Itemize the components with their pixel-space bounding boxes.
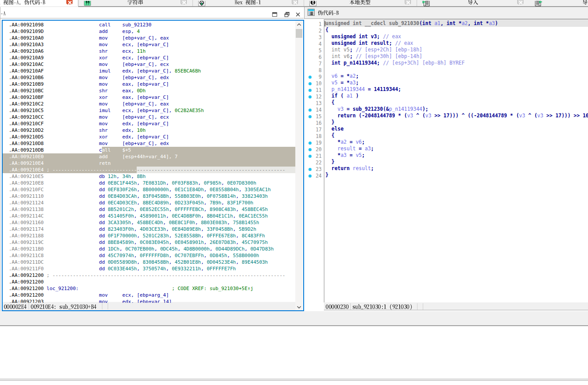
disasm-row[interactable]: .AA:009211C8 dd 45C70974h, 0FFFFFFD8h, 0…: [3, 252, 295, 259]
disasm-row[interactable]: .AA:009210A3 mov ecx, [ebp+var_C]: [3, 41, 295, 48]
pseudocode-line[interactable]: v6 = *a2;: [326, 73, 588, 80]
pseudocode-line[interactable]: int v5; // [esp+2Ch] [ebp-18h]: [326, 47, 588, 53]
disasm-row[interactable]: .AA:00921188 dd 0F1F70000h, 5201C283h, 5…: [3, 232, 295, 239]
pseudocode-line[interactable]: return (-2048144789 * (v3 ^ (v3 >> 17)))…: [326, 113, 588, 119]
tab-close-button[interactable]: [517, 0, 523, 4]
disasm-row[interactable]: .AA:009210B6 mov [ebp+var_C], edx: [3, 74, 295, 81]
pseudocode-line[interactable]: *a2 = v6;: [326, 139, 588, 145]
restore-button[interactable]: [284, 11, 290, 16]
pseudocode-line[interactable]: return result;: [326, 165, 588, 172]
pseudocode-line[interactable]: int v6; // [esp+30h] [ebp-14h]: [326, 53, 588, 60]
disasm-row[interactable]: .AA:009210E4 retn: [3, 160, 295, 167]
disasm-row[interactable]: .AA:00921200: [3, 279, 295, 285]
line-number: 16: [316, 120, 322, 127]
disasm-row[interactable]: .AA:00921200 ; -------------------------…: [3, 272, 295, 279]
tab-close-button[interactable]: [181, 0, 187, 4]
maximize-button[interactable]: [272, 11, 277, 16]
disasm-row[interactable]: .AA:009210E8 dd 0E8C1F445h, 7E0831Dh, 0F…: [3, 180, 295, 186]
disasm-row[interactable]: .AA:00921124 dd 0EC4D03CEh, 8BEC4D89h, 0…: [3, 200, 295, 206]
scrollbar-thumb[interactable]: [296, 29, 302, 38]
disasm-row[interactable]: .AA:009210D5 xor edx, [ebp+var_C]: [3, 134, 295, 140]
close-pane-button[interactable]: [295, 11, 301, 16]
disassembly-titlebar[interactable]: [0, 7, 304, 18]
disasm-row[interactable]: .AA:009210E4 ; -------------------------…: [3, 167, 295, 173]
disasm-row[interactable]: .AA:009210A9 xor ecx, [ebp+var_C]: [3, 54, 295, 61]
tab-hexview[interactable]: [192, 0, 304, 6]
tab-ida-view[interactable]: [0, 0, 78, 6]
tab-localtypes[interactable]: [304, 0, 417, 6]
scroll-up-icon[interactable]: [297, 23, 301, 26]
disasm-row[interactable]: .AA:009210AF imul edx, [ebp+var_C], 85EB…: [3, 68, 295, 74]
output-splitter[interactable]: [0, 379, 588, 379]
disasm-row[interactable]: .AA:009210DB call $+5: [3, 147, 295, 153]
disassembly-listing[interactable]: .AA:00921098 call sub_921230.AA:0092109D…: [3, 22, 295, 303]
tab-close-button[interactable]: [292, 0, 298, 4]
pseudocode-line[interactable]: unsigned int v3; // eax: [326, 33, 588, 40]
tab-label: [0, 0, 54, 5]
tab-label: [468, 0, 479, 5]
disasm-row[interactable]: .AA:00921110 dd 0E84D03CAh, 83F0458Bh, 5…: [3, 193, 295, 200]
pseudocode-line[interactable]: {: [326, 27, 588, 33]
hexview-icon: [198, 0, 205, 8]
disasm-row[interactable]: .AA:009210BC shr eax, 0Dh: [3, 87, 295, 94]
pseudocode-line[interactable]: *a3 = v5;: [326, 152, 588, 159]
tab-close-button[interactable]: [66, 0, 73, 4]
tab-imports[interactable]: [417, 0, 529, 6]
disasm-row[interactable]: .AA:009210E0 add [esp+44h+var_44], 7: [3, 153, 295, 160]
address-dot: [309, 89, 312, 92]
vertical-scrollbar[interactable]: [295, 21, 303, 310]
pseudocode-frame[interactable]: unsigned int __cdecl sub_921030(int a1, …: [324, 19, 588, 309]
pseudocode-line[interactable]: v5 = *a3;: [326, 80, 588, 86]
disasm-row[interactable]: .AA:00921200 mov ecx, [ebp+arg_4]: [3, 292, 295, 298]
pseudocode-line[interactable]: else: [326, 126, 588, 132]
disasm-row[interactable]: .AA:009210CC mov [ebp+var_C], ecx: [3, 114, 295, 120]
status-location: [31, 304, 97, 309]
pseudocode-line[interactable]: [326, 66, 588, 73]
disasm-row[interactable]: .AA:009210C2 mov [ebp+var_C], eax: [3, 101, 295, 107]
disasm-row[interactable]: .AA:0092114C dd 451405F0h, 45890011h, 0E…: [3, 213, 295, 219]
pseudocode-tabrow[interactable]: [304, 7, 588, 19]
disasm-row[interactable]: .AA:00921200 loc_921200: ; CODE XREF: su…: [3, 285, 295, 292]
disasm-row[interactable]: .AA:009210AC mov [ebp+var_C], ecx: [3, 61, 295, 68]
pseudocode-line[interactable]: unsigned int result; // eax: [326, 40, 588, 47]
disasm-row[interactable]: .AA:009211B0 dd 1DCh, 0C707EB00h, 0DC45h…: [3, 246, 295, 252]
disasm-row[interactable]: .AA:009210C5 imul ecx, [ebp+var_C], 0C2B…: [3, 107, 295, 114]
tab-label: [235, 0, 262, 5]
disasm-row[interactable]: .AA:009210D8 mov [ebp+var_C], edx: [3, 140, 295, 147]
pseudocode-line[interactable]: int p_n14119344; // [esp+3Ch] [ebp-8h] B…: [326, 60, 588, 66]
address-dot: [309, 95, 312, 98]
disasm-row[interactable]: .AA:009210D2 shr edx, 10h: [3, 127, 295, 134]
disasm-row[interactable]: .AA:009210CF mov edx, [ebp+var_C]: [3, 120, 295, 127]
pseudocode-listing[interactable]: unsigned int __cdecl sub_921030(int a1, …: [326, 20, 588, 178]
disasm-row[interactable]: .AA:009211F0 dd 0C033E445h, 3750574h, 0E…: [3, 265, 295, 272]
disasm-row[interactable]: .AA:00921098 call sub_921230: [3, 22, 295, 28]
tab-strings[interactable]: [78, 0, 192, 6]
pseudocode-line[interactable]: p_n14119344 = 14119344;: [326, 86, 588, 93]
disasm-row[interactable]: .AA:009211DC dd 0D05589D8h, 8308458Bh, 4…: [3, 259, 295, 265]
pseudocode-line[interactable]: {: [326, 99, 588, 106]
disasm-row[interactable]: .AA:0092119C dd 8BE84589h, 0C083E045h, 0…: [3, 239, 295, 246]
disasm-row[interactable]: .AA:00921138 dd 8B5201C2h, 0E852EC55h, 0…: [3, 206, 295, 213]
disasm-row[interactable]: .AA:009210BF xor eax, [ebp+var_C]: [3, 94, 295, 101]
pseudocode-line[interactable]: result = a3;: [326, 145, 588, 152]
disasm-row[interactable]: .AA:009210FC dd 0EF830F26h, 8B000000h, 0…: [3, 186, 295, 193]
disasm-row[interactable]: .AA:009210B9 mov eax, [ebp+var_C]: [3, 81, 295, 87]
disasm-row[interactable]: .AA:00921160 dd 3CA3305h, 458BEC4Dh, 0BE…: [3, 219, 295, 226]
pseudocode-line[interactable]: }: [326, 159, 588, 165]
tab-exports[interactable]: [529, 0, 588, 6]
pseudocode-line[interactable]: {: [326, 132, 588, 139]
pseudocode-line[interactable]: }: [326, 172, 588, 178]
disasm-row[interactable]: .AA:0092109D add esp, 4: [3, 28, 295, 35]
address-dot: [309, 82, 312, 85]
pseudocode-line[interactable]: if ( a1 ): [326, 93, 588, 99]
pseudocode-line[interactable]: unsigned int __cdecl sub_921030(int a1, …: [326, 20, 588, 27]
disassembly-statusbar: [3, 302, 295, 310]
tab-close-button[interactable]: [405, 0, 411, 4]
disasm-row[interactable]: .AA:00921174 dd 823403F0h, 4D03CE33h, 0E…: [3, 226, 295, 232]
disasm-row[interactable]: .AA:009210A6 shr ecx, 11h: [3, 48, 295, 54]
pseudocode-line[interactable]: }: [326, 119, 588, 126]
pseudocode-line[interactable]: v3 = sub_921230(&p_n14119344);: [326, 106, 588, 113]
disasm-row[interactable]: .AA:009210A0 mov [ebp+var_C], eax: [3, 35, 295, 41]
disasm-row[interactable]: .AA:009210E5 db 12h, 34h, 8Bh: [3, 173, 295, 180]
scroll-down-icon[interactable]: [297, 305, 301, 309]
